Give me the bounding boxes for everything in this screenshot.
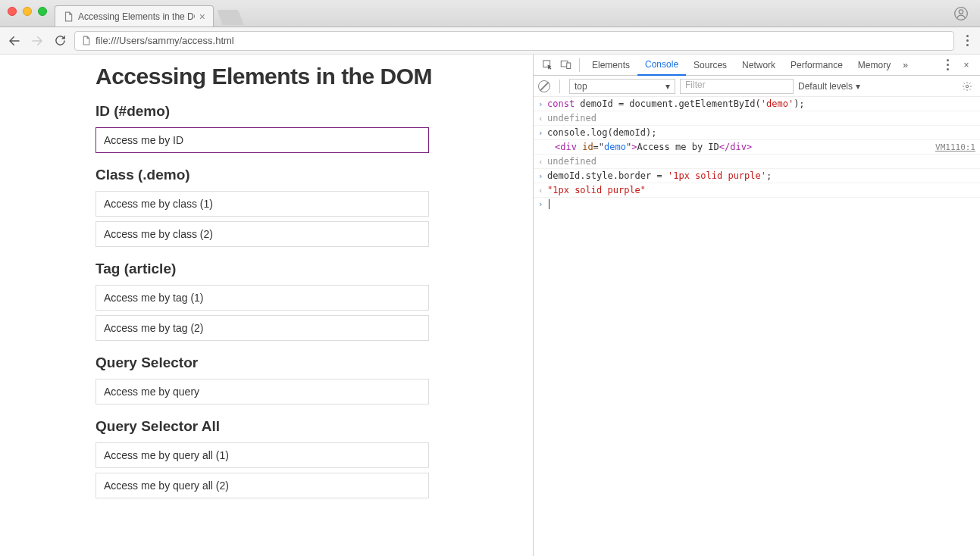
browser-menu-button[interactable] (960, 34, 974, 48)
minimize-window-button[interactable] (23, 7, 32, 16)
demo-box-tag: Access me by tag (1) (95, 285, 429, 311)
chevron-down-icon: ▾ (665, 81, 670, 92)
gear-icon (962, 81, 972, 92)
section-heading-queryall: Query Selector All (95, 418, 518, 435)
source-link[interactable]: VM1110:1 (935, 142, 975, 152)
devtools-tab-performance[interactable]: Performance (783, 55, 850, 76)
svg-rect-4 (566, 63, 570, 69)
demo-box-tag: Access me by tag (2) (95, 315, 429, 341)
console-toolbar: top ▾ Filter Default levels ▾ (534, 76, 980, 97)
filter-input[interactable]: Filter (680, 79, 794, 94)
close-tab-icon[interactable]: × (199, 11, 205, 22)
devtools-tabs: Elements Console Sources Network Perform… (534, 55, 980, 76)
console-output-line: ‹ undefined (534, 111, 980, 126)
browser-tabs: Accessing Elements in the DOM × (55, 0, 241, 27)
log-levels-label: Default levels (798, 81, 853, 92)
console-log-line: <div id="demo">Access me by ID</div> VM1… (534, 140, 980, 155)
demo-box-class: Access me by class (2) (95, 221, 429, 247)
section-heading-tag: Tag (article) (95, 261, 518, 277)
browser-tab[interactable]: Accessing Elements in the DOM × (55, 5, 214, 27)
demo-box-queryall: Access me by query all (1) (95, 442, 429, 468)
console-input-line: › demoId.style.border = '1px solid purpl… (534, 169, 980, 183)
input-arrow-icon: › (538, 99, 547, 109)
console-output-line: ‹ undefined (534, 155, 980, 169)
devtools-tab-elements[interactable]: Elements (584, 55, 637, 76)
chevron-down-icon: ▾ (856, 81, 860, 92)
section-heading-class: Class (.demo) (95, 167, 518, 183)
input-arrow-icon: › (538, 128, 547, 138)
devtools-tab-memory[interactable]: Memory (850, 55, 898, 76)
file-icon (81, 36, 91, 45)
demo-box-class: Access me by class (1) (95, 191, 429, 217)
console-input-line: › console.log(demoId); (534, 126, 980, 140)
devtools-tab-sources[interactable]: Sources (686, 55, 734, 76)
log-levels-select[interactable]: Default levels ▾ (798, 81, 860, 92)
file-icon (63, 11, 74, 22)
svg-point-1 (959, 10, 963, 14)
input-arrow-icon: › (538, 199, 547, 209)
url-text: file:///Users/sammy/access.html (95, 35, 234, 46)
reload-icon (54, 34, 67, 47)
address-bar[interactable]: file:///Users/sammy/access.html (74, 31, 954, 51)
devtools-menu-button[interactable] (941, 58, 954, 72)
console-output-line: ‹ "1px solid purple" (534, 183, 980, 198)
demo-box-query: Access me by query (95, 379, 429, 405)
demo-box-queryall: Access me by query all (2) (95, 473, 429, 498)
clear-console-button[interactable] (538, 80, 550, 92)
demo-box-id: Access me by ID (95, 127, 429, 153)
back-button[interactable] (6, 33, 23, 49)
arrow-left-icon (8, 34, 21, 48)
output-arrow-icon: ‹ (538, 114, 547, 123)
window-titlebar: Accessing Elements in the DOM × (0, 0, 980, 27)
close-devtools-button[interactable]: × (957, 60, 975, 70)
zoom-window-button[interactable] (38, 7, 47, 16)
section-heading-query: Query Selector (95, 355, 518, 371)
context-select-value: top (575, 81, 587, 92)
device-toolbar-button[interactable] (556, 56, 575, 74)
close-window-button[interactable] (8, 7, 17, 16)
page-title: Accessing Elements in the DOM (95, 64, 518, 89)
responsive-icon (560, 59, 571, 70)
console-output[interactable]: › const demoId = document.getElementById… (534, 97, 980, 556)
console-prompt[interactable]: › (534, 198, 980, 211)
text-cursor (549, 199, 549, 209)
more-tabs-button[interactable]: » (898, 60, 913, 70)
devtools-tab-console[interactable]: Console (637, 55, 686, 76)
svg-point-5 (966, 85, 969, 88)
new-tab-button[interactable] (217, 10, 243, 25)
tab-title: Accessing Elements in the DOM (78, 11, 195, 22)
browser-toolbar: file:///Users/sammy/access.html (0, 27, 980, 55)
window-controls (0, 7, 55, 27)
inspect-icon (542, 59, 553, 70)
inspect-element-button[interactable] (538, 56, 556, 74)
profile-button[interactable] (953, 5, 969, 22)
reload-button[interactable] (52, 33, 68, 49)
console-input-line: › const demoId = document.getElementById… (534, 97, 980, 111)
output-arrow-icon: ‹ (538, 186, 547, 195)
section-heading-id: ID (#demo) (95, 103, 518, 120)
forward-button[interactable] (29, 33, 45, 49)
context-select[interactable]: top ▾ (569, 79, 675, 94)
devtools-panel: Elements Console Sources Network Perform… (533, 55, 980, 556)
arrow-right-icon (30, 34, 44, 48)
user-icon (953, 6, 969, 21)
output-arrow-icon: ‹ (538, 157, 547, 167)
devtools-tab-network[interactable]: Network (734, 55, 783, 76)
console-settings-button[interactable] (959, 81, 975, 92)
viewport: Accessing Elements in the DOM ID (#demo)… (0, 55, 980, 556)
input-arrow-icon: › (538, 171, 547, 181)
page-content: Accessing Elements in the DOM ID (#demo)… (0, 55, 533, 556)
